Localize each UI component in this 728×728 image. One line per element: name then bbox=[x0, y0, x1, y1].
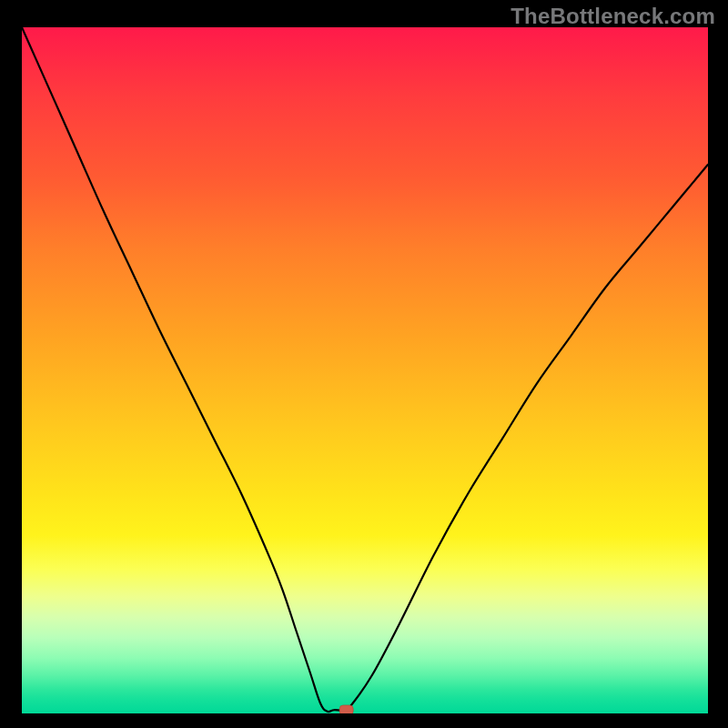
watermark-text: TheBottleneck.com bbox=[511, 4, 715, 29]
plot-area bbox=[22, 27, 708, 713]
optimum-marker bbox=[339, 705, 353, 713]
chart-container: TheBottleneck.com bbox=[0, 0, 728, 728]
plot-svg bbox=[22, 27, 708, 713]
bottleneck-curve bbox=[22, 27, 708, 712]
